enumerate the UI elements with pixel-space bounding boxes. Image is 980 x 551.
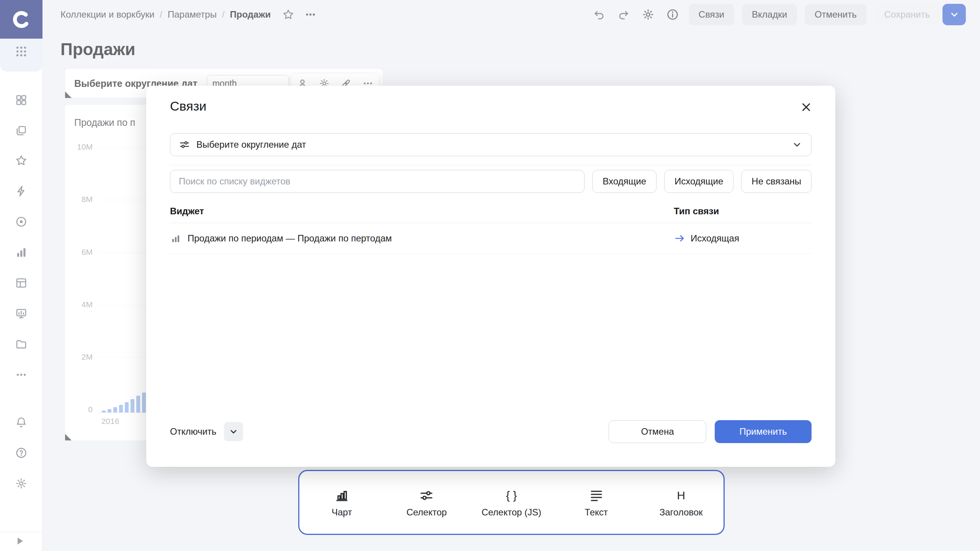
cancel-button[interactable]: Отмена: [609, 420, 706, 443]
edit-panel: Чарт Селектор { } Селектор (JS) Текст H …: [298, 470, 725, 535]
palette-item-text[interactable]: Текст: [554, 471, 639, 534]
table-header: Виджет Тип связи: [170, 201, 812, 223]
chevron-down-icon: [791, 139, 803, 150]
palette-item-label: Селектор: [407, 507, 447, 518]
apply-button[interactable]: Применить: [715, 420, 812, 443]
arrow-right-icon: [674, 233, 685, 244]
filter-incoming-button[interactable]: Входящие: [592, 170, 657, 193]
dialog-footer: Отключить Отмена Применить: [170, 420, 812, 443]
filter-outgoing-button[interactable]: Исходящие: [664, 170, 733, 193]
table-row[interactable]: Продажи по периодам — Продажи по пертода…: [170, 223, 812, 254]
widget-select-dropdown[interactable]: Выберите округление дат: [170, 133, 812, 156]
selected-widget-label: Выберите округление дат: [196, 139, 306, 150]
close-icon[interactable]: [797, 98, 815, 116]
dialog-divider: [170, 165, 812, 165]
chart-icon: [334, 487, 350, 504]
text-lines-icon: [589, 487, 604, 504]
palette-item-label: Заголовок: [660, 507, 703, 518]
palette-item-label: Текст: [585, 507, 608, 518]
widget-search-input[interactable]: [170, 170, 585, 193]
disable-dropdown-button[interactable]: [224, 422, 243, 441]
sliders-icon: [179, 139, 190, 150]
chart-widget-icon: [170, 233, 181, 244]
row-link-type-label: Исходящая: [691, 233, 739, 244]
palette-item-chart[interactable]: Чарт: [299, 471, 384, 534]
heading-h-icon: H: [677, 487, 685, 504]
column-link-type: Тип связи: [674, 206, 719, 217]
palette-item-selector[interactable]: Селектор: [384, 471, 469, 534]
disable-link-button[interactable]: Отключить: [170, 426, 216, 437]
filter-unlinked-button[interactable]: Не связаны: [741, 170, 812, 193]
palette-item-label: Чарт: [332, 507, 352, 518]
palette-item-heading[interactable]: H Заголовок: [639, 471, 724, 534]
screen: Коллекции и воркбуки / Параметры / Прода…: [0, 0, 980, 551]
row-widget-name: Продажи по периодам — Продажи по пертода…: [188, 233, 392, 244]
selector-icon: [419, 487, 434, 504]
connections-dialog: Связи Выберите округление дат Входящие И…: [146, 86, 835, 467]
braces-icon: { }: [506, 487, 517, 504]
palette-item-selector-js[interactable]: { } Селектор (JS): [469, 471, 554, 534]
dialog-title: Связи: [170, 99, 206, 114]
row-link-type: Исходящая: [674, 233, 739, 244]
search-filter-row: Входящие Исходящие Не связаны: [170, 170, 812, 193]
palette-item-label: Селектор (JS): [482, 507, 541, 518]
column-widget: Виджет: [170, 206, 204, 217]
